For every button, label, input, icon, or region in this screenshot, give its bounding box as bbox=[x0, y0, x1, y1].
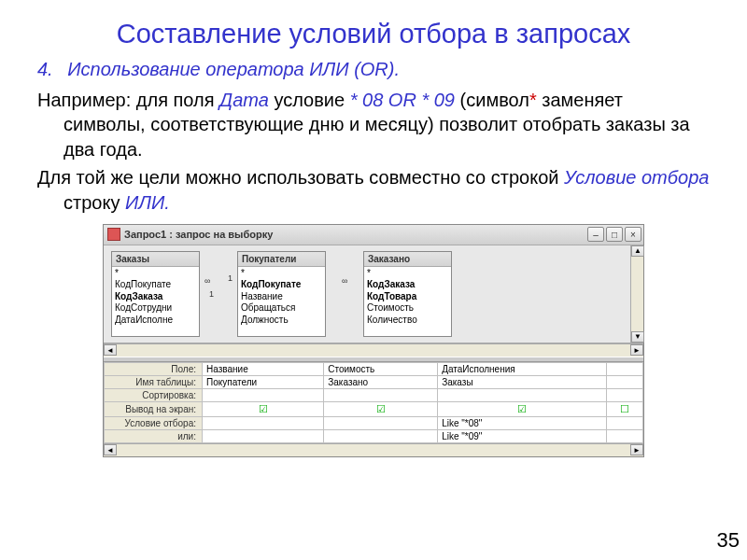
p1-highlight-expr: * 08 OR * 09 bbox=[350, 90, 455, 110]
grid-cell[interactable]: Стоимость bbox=[324, 362, 438, 375]
scroll-right-icon[interactable]: ► bbox=[630, 444, 643, 455]
relation-infinity-icon: ∞ bbox=[342, 276, 347, 286]
table-box-zakazano[interactable]: Заказано * КодЗаказа КодТовара Стоимость… bbox=[363, 251, 452, 337]
asterisk-symbol: * bbox=[529, 90, 537, 110]
grid-label: Сортировка: bbox=[105, 388, 203, 401]
table-row: КодЗаказа bbox=[115, 291, 196, 303]
relation-one-icon: 1 bbox=[228, 273, 233, 283]
grid-cell[interactable]: Like "*08" bbox=[438, 416, 607, 429]
table-row: * bbox=[367, 268, 448, 280]
grid-cell[interactable] bbox=[438, 388, 607, 401]
window-titlebar: Запрос1 : запрос на выборку – □ × bbox=[104, 225, 643, 245]
grid-cell[interactable] bbox=[203, 388, 324, 401]
table-row: Стоимость bbox=[367, 302, 448, 315]
scroll-left-icon[interactable]: ◄ bbox=[104, 344, 117, 356]
grid-cell[interactable]: Заказы bbox=[438, 375, 607, 388]
minimize-button[interactable]: – bbox=[587, 227, 604, 242]
grid-row-sort: Сортировка: bbox=[105, 388, 643, 401]
scroll-down-icon[interactable]: ▼ bbox=[631, 331, 644, 343]
relation-infinity-icon: ∞ bbox=[204, 276, 210, 286]
p2-text: Для той же цели можно использовать совме… bbox=[37, 167, 564, 188]
relationship-pane: Заказы * КодПокупате КодЗаказа КодСотруд… bbox=[104, 245, 643, 343]
table-row: КодТовара bbox=[367, 291, 448, 303]
grid-label: или: bbox=[105, 429, 203, 442]
grid-cell[interactable] bbox=[606, 429, 642, 442]
page-number: 35 bbox=[717, 528, 740, 553]
grid-row-show: Вывод на экран: ☑ ☑ ☑ ☐ bbox=[105, 401, 643, 416]
grid-label: Вывод на экран: bbox=[105, 401, 203, 416]
p2-highlight-1: Условие отбора bbox=[564, 167, 709, 188]
table-row: КодПокупате bbox=[115, 279, 196, 291]
access-window: Запрос1 : запрос на выборку – □ × Заказы… bbox=[103, 224, 644, 457]
table-box-pokupateli[interactable]: Покупатели * КодПокупате Название Обраща… bbox=[237, 251, 326, 337]
horizontal-scrollbar[interactable]: ◄ ► bbox=[104, 343, 643, 357]
close-button[interactable]: × bbox=[625, 227, 641, 242]
list-item-4: 4. Использование оператора ИЛИ (OR). bbox=[37, 59, 710, 80]
table-title: Заказано bbox=[364, 252, 451, 267]
scroll-right-icon[interactable]: ► bbox=[630, 344, 643, 356]
show-checkbox[interactable]: ☑ bbox=[203, 401, 324, 416]
slide-title: Составление условий отбора в запросах bbox=[37, 19, 710, 49]
grid-cell[interactable] bbox=[606, 362, 642, 375]
vertical-scrollbar[interactable]: ▲ ▼ bbox=[630, 245, 643, 343]
grid-cell[interactable]: ДатаИсполнения bbox=[438, 362, 607, 375]
list-number: 4. bbox=[37, 59, 53, 79]
show-checkbox[interactable]: ☐ bbox=[606, 401, 642, 416]
grid-label: Имя таблицы: bbox=[105, 375, 203, 388]
grid-row-criteria: Условие отбора: Like "*08" bbox=[105, 416, 643, 429]
p2-highlight-2: ИЛИ. bbox=[125, 192, 170, 213]
table-row: КодЗаказа bbox=[367, 279, 448, 291]
grid-cell[interactable] bbox=[606, 388, 642, 401]
paragraph-1: Например: для поля Дата условие * 08 OR … bbox=[63, 88, 710, 161]
grid-cell[interactable]: Покупатели bbox=[203, 375, 324, 388]
table-row: Название bbox=[241, 291, 322, 303]
list-text: Использование оператора ИЛИ (OR). bbox=[67, 59, 400, 79]
grid-cell[interactable] bbox=[203, 416, 324, 429]
horizontal-scrollbar[interactable]: ◄ ► bbox=[104, 443, 643, 456]
table-row: Должность bbox=[241, 315, 322, 327]
p1-highlight-data: Дата bbox=[219, 90, 269, 110]
table-row: Количество bbox=[367, 315, 448, 327]
window-icon bbox=[107, 228, 120, 241]
table-box-zakazy[interactable]: Заказы * КодПокупате КодЗаказа КодСотруд… bbox=[111, 251, 200, 337]
grid-label: Поле: bbox=[105, 362, 203, 375]
grid-row-or: или: Like "*09" bbox=[105, 429, 643, 442]
relation-one-icon: 1 bbox=[209, 289, 214, 299]
grid-cell[interactable]: Заказано bbox=[324, 375, 438, 388]
table-row: * bbox=[241, 268, 322, 280]
grid-cell[interactable] bbox=[324, 416, 438, 429]
p1-text2: условие bbox=[269, 90, 350, 110]
grid-cell[interactable] bbox=[324, 429, 438, 442]
grid-cell[interactable] bbox=[324, 388, 438, 401]
grid-cell[interactable]: Название bbox=[203, 362, 324, 375]
grid-cell[interactable] bbox=[606, 416, 642, 429]
table-row: КодПокупате bbox=[241, 279, 322, 291]
table-title: Заказы bbox=[112, 252, 199, 267]
table-row: Обращаться bbox=[241, 302, 322, 315]
table-row: КодСотрудни bbox=[115, 302, 196, 315]
grid-label: Условие отбора: bbox=[105, 416, 203, 429]
p2-text2: строку bbox=[63, 192, 125, 213]
grid-cell[interactable] bbox=[203, 429, 324, 442]
table-row: ДатаИсполне bbox=[115, 315, 196, 327]
qbe-grid: Поле: Название Стоимость ДатаИсполнения … bbox=[104, 362, 643, 443]
scroll-left-icon[interactable]: ◄ bbox=[104, 444, 117, 455]
table-row: * bbox=[115, 268, 196, 280]
show-checkbox[interactable]: ☑ bbox=[324, 401, 438, 416]
p1-text3: (символ bbox=[455, 90, 529, 110]
grid-row-field: Поле: Название Стоимость ДатаИсполнения bbox=[105, 362, 643, 375]
show-checkbox[interactable]: ☑ bbox=[438, 401, 607, 416]
p1-text: Например: для поля bbox=[37, 90, 219, 110]
grid-cell[interactable] bbox=[606, 375, 642, 388]
grid-cell[interactable]: Like "*09" bbox=[438, 429, 607, 442]
grid-row-table: Имя таблицы: Покупатели Заказано Заказы bbox=[105, 375, 643, 388]
maximize-button[interactable]: □ bbox=[606, 227, 623, 242]
window-title: Запрос1 : запрос на выборку bbox=[124, 229, 587, 240]
scroll-up-icon[interactable]: ▲ bbox=[631, 245, 644, 257]
table-title: Покупатели bbox=[238, 252, 325, 267]
paragraph-2: Для той же цели можно использовать совме… bbox=[63, 165, 710, 215]
